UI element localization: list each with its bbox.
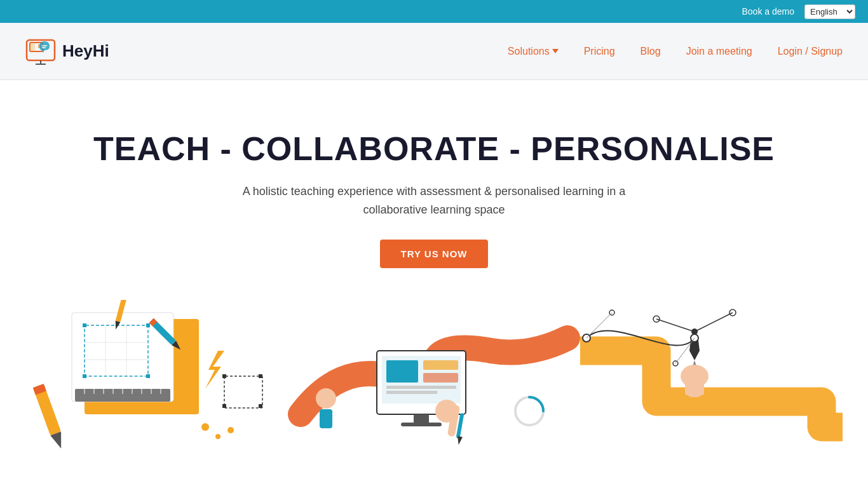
svg-rect-52	[386, 391, 437, 394]
svg-rect-72	[699, 383, 704, 395]
svg-line-77	[587, 313, 612, 338]
svg-rect-12	[83, 323, 86, 327]
svg-point-46	[215, 434, 220, 439]
book-demo-link[interactable]: Book a demo	[742, 6, 795, 17]
svg-rect-50	[386, 360, 418, 383]
svg-point-47	[227, 427, 234, 433]
svg-rect-44	[259, 404, 262, 408]
svg-rect-41	[222, 374, 226, 378]
svg-rect-42	[259, 374, 262, 378]
nav-login-signup[interactable]: Login / Signup	[778, 46, 843, 57]
hero-illustration	[25, 287, 843, 452]
svg-line-64	[695, 313, 733, 332]
logo-link[interactable]: HeyHi	[25, 36, 109, 67]
nav-pricing[interactable]: Pricing	[584, 46, 615, 57]
pricing-link[interactable]: Pricing	[584, 46, 615, 57]
illustration-left	[25, 300, 288, 452]
svg-rect-14	[83, 374, 86, 378]
svg-rect-62	[320, 409, 332, 428]
hero-title: TEACH - COLLABORATE - PERSONALISE	[93, 131, 775, 167]
svg-point-45	[201, 423, 209, 431]
svg-rect-71	[685, 383, 690, 395]
illustration-right	[580, 300, 843, 452]
illustration-center	[288, 300, 580, 452]
nav-links: Solutions Pricing Blog Join a meeting Lo…	[508, 46, 843, 57]
svg-rect-54	[423, 373, 458, 383]
svg-rect-43	[222, 404, 226, 408]
svg-rect-15	[146, 374, 150, 378]
nav-join-meeting[interactable]: Join a meeting	[686, 46, 752, 57]
nav-blog[interactable]: Blog	[641, 46, 661, 57]
svg-rect-4	[30, 43, 35, 51]
login-signup-link[interactable]: Login / Signup	[778, 46, 843, 57]
svg-rect-55	[414, 414, 429, 424]
chevron-down-icon	[552, 49, 559, 53]
svg-rect-53	[423, 360, 458, 370]
top-bar: Book a demo English 中文 Español Français	[0, 0, 868, 23]
svg-point-61	[316, 388, 336, 409]
language-selector[interactable]: English 中文 Español Français	[804, 4, 855, 19]
nav-solutions[interactable]: Solutions	[508, 46, 559, 57]
hero-section: TEACH - COLLABORATE - PERSONALISE A holi…	[0, 80, 868, 452]
hero-subtitle: A holistic teaching experience with asse…	[231, 182, 637, 219]
navbar: HeyHi Solutions Pricing Blog Join a meet…	[0, 23, 868, 80]
svg-rect-51	[386, 386, 456, 389]
solutions-link[interactable]: Solutions	[508, 46, 559, 57]
logo-text: HeyHi	[62, 41, 109, 61]
svg-marker-36	[205, 351, 224, 389]
svg-line-65	[656, 319, 695, 332]
svg-rect-40	[224, 376, 262, 408]
svg-rect-56	[401, 423, 442, 426]
svg-rect-13	[146, 323, 150, 327]
logo-icon	[25, 36, 56, 67]
blog-link[interactable]: Blog	[641, 46, 661, 57]
try-us-now-button[interactable]: TRY US NOW	[380, 240, 487, 268]
join-meeting-link[interactable]: Join a meeting	[686, 46, 752, 57]
